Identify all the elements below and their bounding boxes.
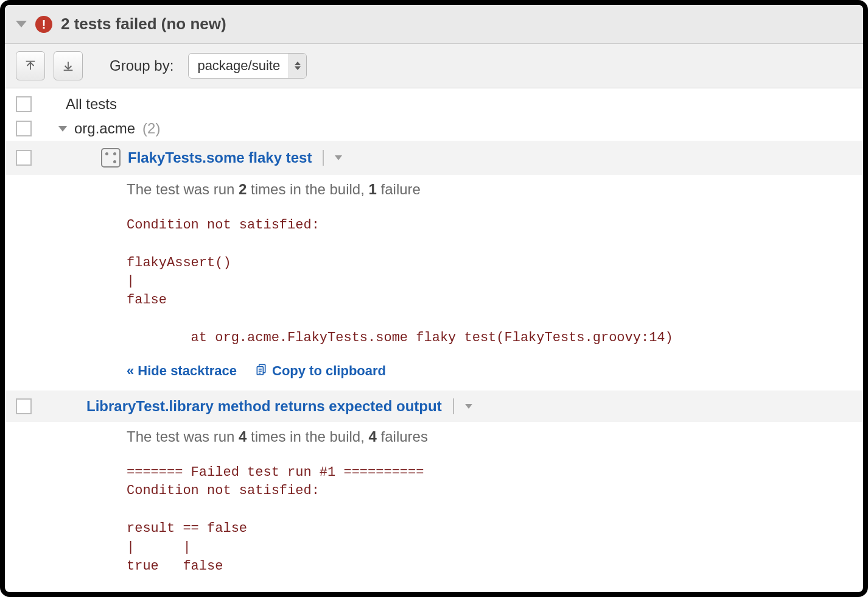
test-menu-dropdown-icon[interactable] <box>335 155 342 160</box>
tree-row-all-tests[interactable]: All tests <box>5 92 863 116</box>
group-by-label: Group by: <box>110 57 173 74</box>
group-by-select[interactable]: package/suite <box>188 53 307 79</box>
stacktrace: Condition not satisfied: flakyAssert() |… <box>127 216 852 348</box>
test-run-summary: The test was run 2 times in the build, 1… <box>127 181 852 198</box>
collapse-all-button[interactable] <box>16 51 45 80</box>
test-tree: All tests org.acme(2) FlakyTests.some fl… <box>5 88 863 597</box>
hide-stacktrace-link[interactable]: « Hide stacktrace <box>127 363 237 379</box>
test-details: The test was run 4 times in the build, 4… <box>5 422 863 597</box>
error-badge-icon: ! <box>35 16 52 33</box>
group-by-value: package/suite <box>189 54 289 78</box>
stacktrace: ======= Failed test run #1 ========== Co… <box>127 464 852 576</box>
results-title: 2 tests failed (no new) <box>61 15 226 34</box>
copy-to-clipboard-link[interactable]: Copy to clipboard <box>255 362 386 380</box>
test-menu-dropdown-icon[interactable] <box>465 404 472 409</box>
checkbox[interactable] <box>16 150 32 166</box>
results-header: ! 2 tests failed (no new) <box>5 5 863 44</box>
checkbox[interactable] <box>16 96 32 112</box>
test-results-panel: ! 2 tests failed (no new) Group by: pack… <box>0 0 868 597</box>
clipboard-icon <box>255 362 267 380</box>
package-name: org.acme <box>74 120 135 137</box>
results-toolbar: Group by: package/suite <box>5 44 863 88</box>
tree-row-test[interactable]: FlakyTests.some flaky test <box>5 141 863 175</box>
expand-all-button[interactable] <box>54 51 83 80</box>
stacktrace-actions: « Hide stacktrace Copy to clipboard <box>127 362 852 380</box>
test-run-summary: The test was run 4 times in the build, 4… <box>127 428 852 445</box>
divider <box>453 398 454 414</box>
all-tests-label: All tests <box>66 96 117 113</box>
chevron-down-icon[interactable] <box>16 21 27 27</box>
tree-row-package[interactable]: org.acme(2) <box>5 116 863 141</box>
divider <box>323 150 324 166</box>
flaky-test-icon <box>101 148 121 168</box>
tree-row-test[interactable]: LibraryTest.library method returns expec… <box>5 390 863 422</box>
chevron-down-icon[interactable] <box>58 126 67 132</box>
updown-icon <box>289 54 306 78</box>
test-name-link[interactable]: FlakyTests.some flaky test <box>128 149 312 166</box>
test-details: The test was run 2 times in the build, 1… <box>5 175 863 390</box>
package-count: (2) <box>142 120 160 137</box>
checkbox[interactable] <box>16 398 32 414</box>
test-name-link[interactable]: LibraryTest.library method returns expec… <box>86 398 442 415</box>
checkbox[interactable] <box>16 121 32 136</box>
